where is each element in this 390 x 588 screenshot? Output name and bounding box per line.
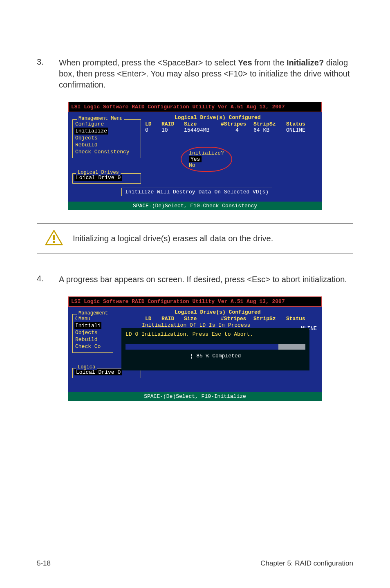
progress-empty	[278, 344, 305, 350]
terminal-title: LSI Logic Software RAID Configuration Ut…	[68, 102, 322, 112]
col-stripsz: StripSz	[253, 121, 286, 127]
destroy-warning: Initilize Will Destroy Data On Selected …	[121, 188, 272, 196]
cell-size: 154494MB	[184, 127, 221, 133]
logical-drives-box: Logical Drives Loical Drive 0	[72, 173, 141, 184]
step3-text-b: from the	[252, 58, 287, 67]
raid-terminal-1: LSI Logic Software RAID Configuration Ut…	[68, 102, 322, 210]
progress-dialog: LD 0 Initialization. Press Esc to Abort.…	[121, 328, 309, 370]
cell-status: ONLINE	[286, 127, 315, 133]
step-4: 4. A progress bar appears on screen. If …	[37, 274, 353, 285]
cell-stripsz: 64 KB	[253, 127, 286, 133]
col-size: Size	[184, 316, 221, 322]
col-stripes: #Stripes	[221, 316, 253, 322]
dialog-yes[interactable]: Yes	[189, 156, 202, 162]
screenshot-2: LSI Logic Software RAID Configuration Ut…	[37, 296, 353, 401]
init-in-process: Initialization Of LD Is In Process	[142, 322, 250, 328]
config-label: Logical Drive(s) Configured	[175, 309, 261, 315]
terminal-footer: SPACE-(De)Select, F10-Initialize	[68, 392, 322, 401]
menu-objects[interactable]: Objects	[74, 135, 139, 141]
step-number: 3.	[37, 57, 59, 67]
terminal-title: LSI Logic Software RAID Configuration Ut…	[68, 296, 322, 307]
menu-objects[interactable]: Objects	[74, 329, 111, 336]
col-raid: RAID	[161, 316, 184, 322]
cell-ld: 0	[145, 127, 161, 133]
menu-check[interactable]: Check Consistency	[74, 148, 139, 155]
logical-drive-0[interactable]: Loical Drive 0	[74, 369, 122, 375]
step3-text-a: When prompted, press the <SpaceBar> to s…	[59, 58, 238, 67]
col-raid: RAID	[161, 121, 184, 127]
management-menu: Management Menu Configure Initialize Obj…	[72, 119, 141, 158]
management-menu: Management Menu Configure Initiali Objec…	[72, 314, 113, 353]
step3-bold1: Yes	[238, 58, 252, 67]
progress-message: LD 0 Initialization. Press Esc to Abort.	[126, 331, 305, 337]
ld-title: Logica	[76, 364, 97, 370]
warning-note: Initializing a logical drive(s) erases a…	[37, 223, 353, 254]
cell-raid: 10	[161, 127, 184, 133]
menu-initialize[interactable]: Initiali	[74, 322, 101, 329]
dialog-no[interactable]: No	[189, 162, 195, 168]
step3-bold2: Initialize?	[287, 58, 324, 67]
menu-configure[interactable]: Configure	[74, 121, 139, 128]
page-number: 5-18	[37, 559, 51, 568]
raid-terminal-2: LSI Logic Software RAID Configuration Ut…	[68, 296, 322, 401]
logical-drive-0[interactable]: Loical Drive 0	[74, 175, 122, 181]
progress-filled	[126, 344, 278, 350]
ld-title: Logical Drives	[76, 170, 121, 175]
step-number: 4.	[37, 274, 59, 283]
chapter-label: Chapter 5: RAID configuration	[260, 559, 353, 568]
page-footer: 5-18 Chapter 5: RAID configuration	[37, 559, 353, 588]
terminal-footer: SPACE-(De)Select, F10-Check Consistency	[68, 202, 322, 210]
menu-rebuild[interactable]: Rebuild	[74, 141, 139, 148]
col-status: Status	[286, 316, 315, 322]
col-stripes: #Stripes	[221, 121, 253, 127]
menu-check[interactable]: Check Co	[74, 343, 111, 350]
svg-point-1	[53, 241, 55, 243]
col-size: Size	[184, 121, 221, 127]
col-ld: LD	[145, 121, 161, 127]
note-text: Initializing a logical drive(s) erases a…	[73, 234, 273, 243]
col-stripsz: StripSz	[253, 316, 286, 322]
col-status: Status	[286, 121, 315, 127]
step-3: 3. When prompted, press the <SpaceBar> t…	[37, 57, 353, 90]
warning-icon	[45, 229, 63, 247]
step-text: A progress bar appears on screen. If des…	[59, 274, 353, 285]
svg-rect-0	[53, 235, 55, 240]
screenshot-1: LSI Logic Software RAID Configuration Ut…	[37, 102, 353, 210]
config-label: Logical Drive(s) Configured	[175, 114, 261, 121]
mgmt-title: Management Menu	[77, 310, 113, 322]
step-text: When prompted, press the <SpaceBar> to s…	[59, 57, 353, 90]
dialog-title: Initialize?	[189, 150, 224, 156]
menu-initialize[interactable]: Initialize	[74, 128, 108, 135]
col-ld: LD	[145, 316, 161, 322]
menu-rebuild[interactable]: Rebuild	[74, 336, 111, 343]
progress-bar	[126, 344, 305, 350]
mgmt-title: Management Menu	[77, 116, 124, 121]
progress-percent: ¦ 85 % Completed	[126, 353, 305, 359]
cell-stripes: 4	[221, 127, 253, 133]
initialize-dialog: Initialize? Yes No	[181, 147, 232, 172]
